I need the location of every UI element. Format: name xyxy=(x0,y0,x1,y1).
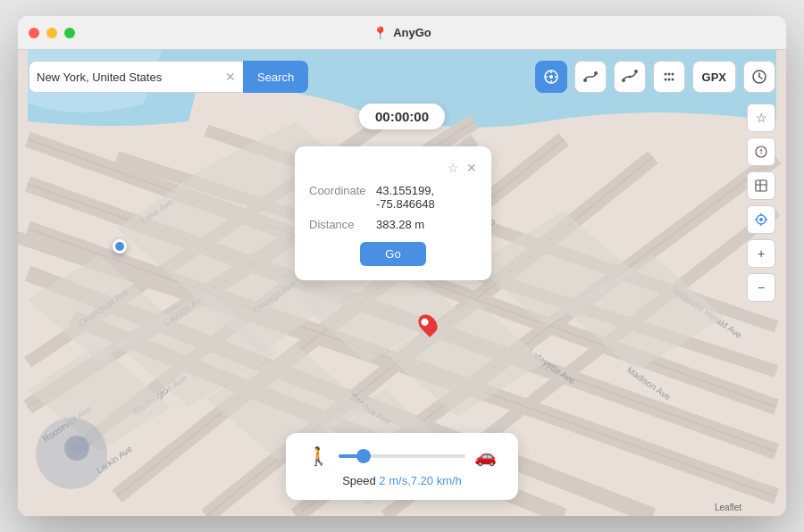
svg-point-62 xyxy=(664,79,666,81)
map-pin xyxy=(420,313,436,335)
zoom-in-button[interactable]: + xyxy=(747,239,775,268)
svg-point-54 xyxy=(583,79,587,82)
speed-slider-thumb[interactable] xyxy=(356,449,371,463)
svg-rect-69 xyxy=(756,180,766,191)
route-single-button[interactable] xyxy=(574,61,607,93)
speed-slider[interactable] xyxy=(339,454,465,458)
svg-point-63 xyxy=(667,79,670,81)
svg-point-60 xyxy=(667,73,670,76)
svg-point-68 xyxy=(756,146,766,157)
favorites-button[interactable]: ☆ xyxy=(747,104,775,132)
svg-point-59 xyxy=(664,73,666,76)
walk-icon: 🚶 xyxy=(307,445,330,467)
right-toolbar: GPX xyxy=(535,61,775,93)
location-dot xyxy=(113,239,127,254)
svg-point-58 xyxy=(634,70,638,73)
distance-label: Distance xyxy=(309,218,376,231)
speed-label-row: Speed 2 m/s,7.20 km/h xyxy=(307,474,497,487)
speed-slider-track xyxy=(339,454,465,458)
dots-button[interactable] xyxy=(653,61,685,93)
close-button[interactable] xyxy=(29,28,39,38)
leaflet-label: Leaflet xyxy=(715,503,741,512)
search-clear-icon[interactable]: ✕ xyxy=(225,70,236,84)
search-area: ✕ Search xyxy=(29,61,308,93)
svg-point-61 xyxy=(671,73,674,76)
maximize-button[interactable] xyxy=(64,28,75,38)
speed-value: 2 m/s,7.20 km/h xyxy=(379,474,461,487)
svg-line-67 xyxy=(759,77,762,79)
main-content: Lake Ave Onondaga Ave Cayuga Ave Oswego … xyxy=(18,50,786,516)
search-button[interactable]: Search xyxy=(243,61,308,93)
timer-badge: 00:00:00 xyxy=(359,104,445,129)
speed-panel: 🚶 🚗 Speed 2 m/s,7.20 km/h xyxy=(286,433,518,500)
popup-star-button[interactable]: ☆ xyxy=(448,161,459,175)
speed-text: Speed xyxy=(342,474,376,487)
go-button[interactable]: Go xyxy=(360,242,425,266)
traffic-lights xyxy=(29,28,75,38)
speed-icons-row: 🚶 🚗 xyxy=(307,445,497,467)
coordinate-row: Coordinate 43.155199, -75.846648 xyxy=(309,184,477,211)
route-multi-button[interactable] xyxy=(614,61,646,93)
zoom-out-button[interactable]: − xyxy=(747,273,775,302)
minimize-button[interactable] xyxy=(46,28,57,38)
my-location-button[interactable] xyxy=(747,205,775,234)
map-layers-button[interactable] xyxy=(747,171,775,200)
titlebar: 📍 AnyGo xyxy=(18,16,786,50)
app-title-area: 📍 AnyGo xyxy=(373,26,431,40)
coordinate-value: 43.155199, -75.846648 xyxy=(376,184,477,211)
history-button[interactable] xyxy=(743,61,775,93)
search-input[interactable] xyxy=(37,71,222,84)
popup-close-button[interactable]: ✕ xyxy=(466,161,477,175)
coordinate-label: Coordinate xyxy=(309,184,376,197)
info-popup: ☆ ✕ Coordinate 43.155199, -75.846648 Dis… xyxy=(295,146,491,280)
svg-point-55 xyxy=(594,71,598,75)
car-icon: 🚗 xyxy=(474,445,497,467)
app-window: 📍 AnyGo xyxy=(18,16,786,516)
top-toolbar: ✕ Search xyxy=(29,61,775,93)
app-title: AnyGo xyxy=(393,26,431,39)
search-input-wrapper: ✕ xyxy=(29,61,243,93)
gpx-button[interactable]: GPX xyxy=(692,61,736,93)
joystick-outer xyxy=(36,418,107,489)
distance-row: Distance 383.28 m xyxy=(309,218,477,231)
timer-value: 00:00:00 xyxy=(375,109,429,124)
svg-point-57 xyxy=(628,76,631,79)
joystick[interactable] xyxy=(36,418,107,489)
distance-value: 383.28 m xyxy=(376,218,424,231)
right-controls: ☆ xyxy=(747,104,775,302)
popup-header: ☆ ✕ xyxy=(309,161,477,175)
joystick-inner xyxy=(64,436,89,461)
compass-button[interactable] xyxy=(747,137,775,166)
pin-icon: 📍 xyxy=(373,26,388,40)
crosshair-button[interactable] xyxy=(535,61,567,93)
svg-point-73 xyxy=(759,218,763,221)
svg-point-64 xyxy=(671,79,674,81)
svg-point-53 xyxy=(549,75,553,79)
svg-point-56 xyxy=(622,79,625,82)
